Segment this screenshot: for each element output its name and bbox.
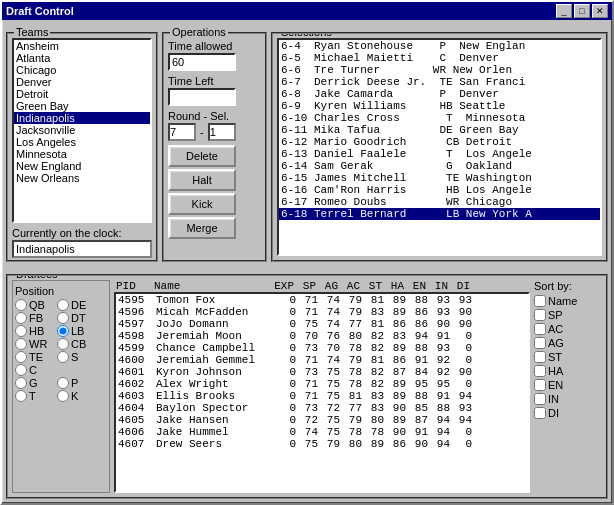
kick-button[interactable]: Kick: [168, 193, 236, 215]
team-minnesota[interactable]: Minnesota: [14, 148, 150, 160]
sort-in-checkbox[interactable]: [534, 393, 546, 405]
team-denver[interactable]: Denver: [14, 76, 150, 88]
sort-sp-checkbox[interactable]: [534, 309, 546, 321]
pos-de[interactable]: DE: [57, 299, 95, 311]
team-atlanta[interactable]: Atlanta: [14, 52, 150, 64]
time-allowed-input[interactable]: [168, 53, 236, 71]
team-newengland[interactable]: New England: [14, 160, 150, 172]
sort-di-checkbox[interactable]: [534, 407, 546, 419]
team-indianapolis[interactable]: Indianapolis: [14, 112, 150, 124]
radio-g[interactable]: [15, 377, 27, 389]
draftee-row-7[interactable]: 4602Alex Wright0717578828995950: [116, 378, 528, 390]
sel-item-3[interactable]: 6-7 Derrick Deese Jr. TE San Franci: [279, 76, 600, 88]
sel-item-6[interactable]: 6-10 Charles Cross T Minnesota: [279, 112, 600, 124]
team-greenbay[interactable]: Green Bay: [14, 100, 150, 112]
draftee-row-10[interactable]: 4605Jake Hansen07275798089879494: [116, 414, 528, 426]
radio-lb[interactable]: [57, 325, 69, 337]
pos-fb[interactable]: FB: [15, 312, 53, 324]
round-input[interactable]: [168, 123, 196, 141]
sort-ha-label[interactable]: HA: [548, 365, 563, 377]
pos-lb[interactable]: LB: [57, 325, 95, 337]
pos-t[interactable]: T: [15, 390, 53, 402]
sel-item-2[interactable]: 6-6 Tre Turner WR New Orlen: [279, 64, 600, 76]
maximize-button[interactable]: □: [574, 4, 590, 18]
team-losangeles[interactable]: Los Angeles: [14, 136, 150, 148]
draftees-listbox[interactable]: 4595Tomon Fox07174798189889393 4596Micah…: [114, 292, 530, 493]
team-neworleans[interactable]: New Orleans: [14, 172, 150, 184]
pos-p[interactable]: P: [57, 377, 95, 389]
radio-s[interactable]: [57, 351, 69, 363]
sort-ac-label[interactable]: AC: [548, 323, 563, 335]
pos-cb[interactable]: CB: [57, 338, 95, 350]
sort-sp-label[interactable]: SP: [548, 309, 563, 321]
team-jacksonville[interactable]: Jacksonville: [14, 124, 150, 136]
selections-listbox[interactable]: 6-4 Ryan Stonehouse P New Englan 6-5 Mic…: [277, 38, 602, 256]
radio-de[interactable]: [57, 299, 69, 311]
sel-item-9[interactable]: 6-13 Daniel Faalele T Los Angele: [279, 148, 600, 160]
draftee-row-8[interactable]: 4603Ellis Brooks07175818389889194: [116, 390, 528, 402]
pos-k[interactable]: K: [57, 390, 95, 402]
teams-listbox[interactable]: Ansheim Atlanta Chicago Denver Detroit G…: [12, 38, 152, 223]
pos-te[interactable]: TE: [15, 351, 53, 363]
radio-qb[interactable]: [15, 299, 27, 311]
pos-c[interactable]: C: [15, 364, 53, 376]
sort-name-checkbox[interactable]: [534, 295, 546, 307]
radio-hb[interactable]: [15, 325, 27, 337]
radio-t[interactable]: [15, 390, 27, 402]
pos-g[interactable]: G: [15, 377, 53, 389]
sort-en-label[interactable]: EN: [548, 379, 563, 391]
team-chicago[interactable]: Chicago: [14, 64, 150, 76]
pos-wr[interactable]: WR: [15, 338, 53, 350]
radio-k[interactable]: [57, 390, 69, 402]
draftee-row-9[interactable]: 4604Baylon Spector07372778390858893: [116, 402, 528, 414]
sel-item-1[interactable]: 6-5 Michael Maietti C Denver: [279, 52, 600, 64]
sel-item-4[interactable]: 6-8 Jake Camarda P Denver: [279, 88, 600, 100]
pos-s[interactable]: S: [57, 351, 95, 363]
radio-fb[interactable]: [15, 312, 27, 324]
radio-p[interactable]: [57, 377, 69, 389]
draftee-row-6[interactable]: 4601Kyron Johnson07375788287849290: [116, 366, 528, 378]
draftee-row-0[interactable]: 4595Tomon Fox07174798189889393: [116, 294, 528, 306]
sort-di-label[interactable]: DI: [548, 407, 559, 419]
radio-c[interactable]: [15, 364, 27, 376]
pos-qb[interactable]: QB: [15, 299, 53, 311]
pos-dt[interactable]: DT: [57, 312, 95, 324]
team-detroit[interactable]: Detroit: [14, 88, 150, 100]
sel-item-5[interactable]: 6-9 Kyren Williams HB Seattle: [279, 100, 600, 112]
radio-wr[interactable]: [15, 338, 27, 350]
draftee-row-4[interactable]: 4599Chance Campbell0737078828988930: [116, 342, 528, 354]
close-button[interactable]: ✕: [592, 4, 608, 18]
sel-item-12[interactable]: 6-16 Cam'Ron Harris HB Los Angele: [279, 184, 600, 196]
sel-item-8[interactable]: 6-12 Mario Goodrich CB Detroit: [279, 136, 600, 148]
sel-item-11[interactable]: 6-15 James Mitchell TE Washington: [279, 172, 600, 184]
sort-st-checkbox[interactable]: [534, 351, 546, 363]
draftee-row-2[interactable]: 4597JoJo Domann07574778186869090: [116, 318, 528, 330]
sort-name-label[interactable]: Name: [548, 295, 577, 307]
sel-input[interactable]: [208, 123, 236, 141]
radio-cb[interactable]: [57, 338, 69, 350]
halt-button[interactable]: Halt: [168, 169, 236, 191]
sort-ac-checkbox[interactable]: [534, 323, 546, 335]
sort-ha-checkbox[interactable]: [534, 365, 546, 377]
minimize-button[interactable]: _: [556, 4, 572, 18]
draftee-row-12[interactable]: 4607Drew Seers0757980898690940: [116, 438, 528, 450]
sel-item-7[interactable]: 6-11 Mika Tafua DE Green Bay: [279, 124, 600, 136]
draftee-row-11[interactable]: 4606Jake Hummel0747578789091940: [116, 426, 528, 438]
sel-item-13[interactable]: 6-17 Romeo Doubs WR Chicago: [279, 196, 600, 208]
sort-ag-checkbox[interactable]: [534, 337, 546, 349]
sel-item-0[interactable]: 6-4 Ryan Stonehouse P New Englan: [279, 40, 600, 52]
sort-st-label[interactable]: ST: [548, 351, 562, 363]
sel-item-10[interactable]: 6-14 Sam Gerak G Oakland: [279, 160, 600, 172]
draftee-row-5[interactable]: 4600Jeremiah Gemmel0717479818691920: [116, 354, 528, 366]
merge-button[interactable]: Merge: [168, 217, 236, 239]
sel-item-14[interactable]: 6-18 Terrel Bernard LB New York A: [279, 208, 600, 220]
team-ansheim[interactable]: Ansheim: [14, 40, 150, 52]
delete-button[interactable]: Delete: [168, 145, 236, 167]
radio-te[interactable]: [15, 351, 27, 363]
pos-hb[interactable]: HB: [15, 325, 53, 337]
draftee-row-3[interactable]: 4598Jeremiah Moon0707680828394910: [116, 330, 528, 342]
time-left-input[interactable]: [168, 88, 236, 106]
sort-ag-label[interactable]: AG: [548, 337, 564, 349]
draftee-row-1[interactable]: 4596Micah McFadden07174798389869390: [116, 306, 528, 318]
sort-en-checkbox[interactable]: [534, 379, 546, 391]
